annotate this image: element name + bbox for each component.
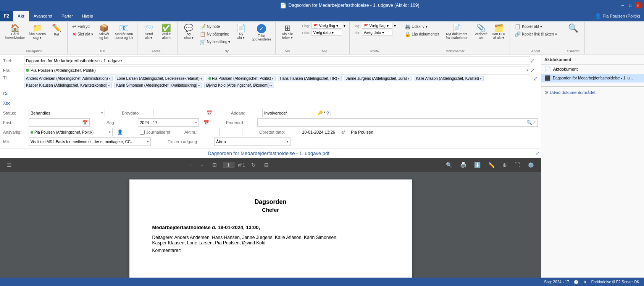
tab-f22[interactable]: F2 [0,11,13,21]
btn-pdf-search[interactable]: 🔍 [444,161,455,169]
btn-pdf-share[interactable]: ⊕ [500,161,509,169]
btn-marker-ulaest[interactable]: 📧 Markér somulæst og luk [113,23,135,41]
minimize-button[interactable]: ─ [620,2,626,8]
btn-pdf-menu[interactable]: ☰ [5,161,14,169]
btn-pdf-download[interactable]: ⬇️ [472,161,483,169]
recipient-lone[interactable]: Lone Larsen (Afdelingschef, Ledelsessekr… [115,76,204,81]
user-area: 👤 Pia Poulsen (Politik) [591,11,644,21]
politik-frist-dropdown[interactable]: Vælg dato▾ [362,30,392,36]
btn-vedhaeft[interactable]: 📎 Vedhæftakt [473,23,489,41]
btn-fit-page[interactable]: ⊡ [210,161,219,169]
btn-expand-dokument[interactable]: ⊙ Udvid dokumentområdet [541,86,644,98]
recipient-anders[interactable]: Anders Andersen (Afdelingschef, Administ… [24,76,113,81]
ansvarlig-dropdown[interactable]: Pia Poulsen (Afdelingschef, Politik) ▾ [29,128,113,136]
page-number-input[interactable] [223,162,234,168]
btn-laas-dokumenter[interactable]: 🔒 Lås dokumenter [403,31,441,38]
btn-goto-main[interactable]: 🏠 Gå tilhovedvindue [4,23,26,41]
btn-ny-chat[interactable]: 💬 Nychat ▾ [181,23,197,41]
fra-row: Fra: Pia Poulsen (Afdelingschef, Politik… [3,66,538,74]
fra-expand-icon[interactable]: ⤢ [530,67,538,73]
maximize-button[interactable]: □ [627,2,633,8]
recipient-ojvind[interactable]: Øjvind Kold (Afdelingschef, Økonomi) ▾ [204,82,274,88]
status-brevdato-row: Status: Behandles ▾ Brevdato: 📅 Adgang: … [3,109,538,117]
sag-dropdown[interactable]: 2024 - 17 ▾ [138,118,199,127]
recipient-karin[interactable]: Karin Simonsen (Afdelingschef, Kvalitets… [114,82,202,88]
tab-akt[interactable]: Akt [13,11,29,21]
journaliseret-checkbox[interactable] [140,130,145,135]
btn-open-sag[interactable]: 📁 Åbn aktenssag ▾ [27,23,47,41]
emneord-search-icon[interactable]: 🔍 [526,120,532,125]
btn-zoom-in[interactable]: + [198,161,206,169]
btn-vis-alle-felter[interactable]: ⊞ Vis allefelter ▾ [279,23,296,41]
m4-dropdown[interactable]: Vis ikke i MR4 Basis for medlemmer, der … [29,137,151,146]
btn-csearch[interactable]: 🔍 [565,23,581,34]
tab-parter[interactable]: Parter [57,11,77,21]
btn-ny-paategning[interactable]: 📋 Ny påtegning [198,31,232,38]
mig-flag-arrow[interactable]: ▾ [344,24,345,28]
frist-input[interactable]: 📅 [29,118,90,127]
politik-flag-dropdown[interactable]: 🚩Vælg flag▾ [362,23,392,29]
recipient-janne[interactable]: Janne Jürgens (Afdelingschef, Jura) ▾ [344,76,412,81]
ekstern-adgang-dropdown[interactable]: Åben ▾ [214,137,291,146]
status-dropdown[interactable]: Behandles ▾ [29,109,105,117]
btn-tilfoj-godkendelse[interactable]: ✓ Tilføjgodkendelse [250,23,273,43]
btn-pdf-annotate[interactable]: ✏️ [486,161,497,169]
doc-item-pdf[interactable]: ⬛ Dagsorden for Medarbejderfastholdelse … [541,74,644,82]
expand-chevron-icon: ⊙ [544,90,548,95]
btn-dan-pdf[interactable]: 🗂️ Dan PDFaf akt ▾ [490,23,507,41]
btn-split[interactable]: ⊟ [262,161,271,169]
politik-flag-arrow[interactable]: ▾ [394,24,396,28]
adgang-dropdown[interactable]: Involverede* 🔑▾? [262,109,331,117]
btn-udskriv[interactable]: 🖨️ Udskriv ▾ [403,23,441,30]
status-pause-icon[interactable]: ⏸ [583,280,587,284]
ansvarlig-icon[interactable]: 👤 [117,129,123,135]
word-doc-icon: 📄 [544,66,551,72]
doc-sidebar-header: Aktdokument [541,55,644,65]
doc-item-aktdokument[interactable]: 📄 Aktdokument [541,65,644,74]
xbc-row: Xbc [3,99,538,107]
btn-kopier-akt[interactable]: 📋 Kopiér akt ▾ [513,23,558,30]
fra-dropdown[interactable]: Pia Poulsen (Afdelingschef, Politik) ▾ [24,66,530,74]
pdf-kommentarer: Kommentarer: [152,248,389,253]
akt-nr-input[interactable] [220,128,242,136]
btn-send-akt[interactable]: 📨 Sendakt ▾ [140,23,157,41]
xbc-label[interactable]: Xbc [3,101,24,105]
mig-frist-dropdown[interactable]: Vælg dato▾ [312,30,342,36]
brevdato-input[interactable]: 📅 [153,109,214,117]
recipient-hans[interactable]: Hans Hansen (Afdelingschef, HR) ▾ [278,76,342,81]
btn-ny-note[interactable]: 📝 Ny note [198,23,232,30]
btn-afslut-akten[interactable]: ✅ Afslutakten [158,23,175,41]
window-controls[interactable]: ─ □ ✕ [620,2,641,8]
btn-rotate[interactable]: ↻ [249,161,258,169]
tab-hjaelp[interactable]: Hjælp [77,11,98,21]
btn-pdf-settings[interactable]: ⚙️ [525,161,536,169]
btn-ret[interactable]: ✏️ Ret [48,23,65,38]
btn-nyt-dokument[interactable]: 📄 Nyt dokumentfra skabeloner [441,23,472,41]
btn-ny-bestilling[interactable]: 🛒 Ny bestilling ▾ [198,38,232,45]
recipient-pia[interactable]: Pia Poulsen (Afdelingschef, Politik) ▾ [207,76,276,81]
pdf-filename-expand[interactable]: ⤢ [536,150,539,156]
emneord-input[interactable]: 🔍 ⤢ [257,118,538,127]
btn-kopier-link[interactable]: 🔗 Kopiér link til akten ▾ [513,31,558,38]
recipient-kalle[interactable]: Kalle Aflason (Afdelingschef, Kvalitet) … [414,76,484,81]
emneord-label: Emneord: [226,120,253,125]
btn-zoom-out[interactable]: − [187,161,194,169]
til-expand-btn[interactable]: ⤢ [533,76,538,82]
btn-slet-akt[interactable]: ✕ Slet akt ▾ [71,31,95,38]
emneord-expand-icon[interactable]: ⤢ [532,120,536,125]
btn-fortryd[interactable]: ↩ Fortryd [71,23,95,30]
mig-flag-dropdown[interactable]: 🚩Vælg flag▾ [312,23,342,29]
btn-pdf-fullscreen[interactable]: ⛶ [512,161,522,169]
btn-pdf-print[interactable]: 🖨️ [458,161,469,169]
politik-flag-value: Vælg flag [370,24,386,28]
btn-arkiver[interactable]: 📦 Arkivérog luk [95,23,112,41]
tab-avanceret[interactable]: Avanceret [29,11,57,21]
journaliseret-label: Journaliseret: [146,130,171,134]
btn-ny-akt[interactable]: 📄 Nyakt ▾ [232,23,249,41]
titel-input[interactable] [24,57,530,65]
status-clock-icon[interactable]: 🕐 [574,280,578,284]
cc-label[interactable]: Cc [3,91,24,96]
recipient-kasper[interactable]: Kasper Klausen (Afdelingschef, Kvalitets… [24,82,112,88]
sag-calendar-icon[interactable]: 📅 [203,120,209,125]
close-button[interactable]: ✕ [635,2,641,8]
